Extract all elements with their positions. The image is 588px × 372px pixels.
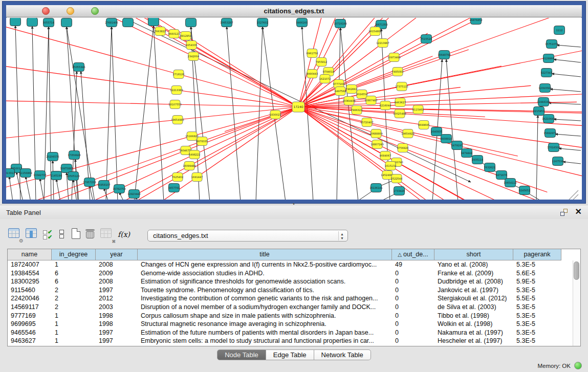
graph-node[interactable]: 3913311 — [6, 169, 15, 178]
graph-node[interactable]: 15751074 — [545, 40, 558, 49]
table-settings-icon[interactable]: ⚙ — [8, 228, 21, 242]
column-header-pagerank[interactable]: pagerank — [513, 249, 561, 260]
graph-node[interactable]: 1112 — [554, 26, 565, 35]
graph-node[interactable]: 1691447 — [191, 173, 203, 182]
graph-node[interactable]: 12213967 — [376, 39, 389, 48]
table-selector-dropdown[interactable]: citations_edges.txt ▲▼ — [147, 230, 348, 242]
network-canvas[interactable]: 3055714276914061065328715276028466160107… — [6, 18, 582, 200]
canvas-resize-grip[interactable] — [569, 190, 578, 200]
graph-node[interactable]: 10719184 — [334, 19, 346, 28]
graph-node[interactable]: 10654112 — [504, 179, 516, 187]
graph-node[interactable]: 7625402 — [172, 173, 183, 182]
graph-node[interactable]: 26876852 — [469, 18, 482, 25]
new-table-icon[interactable] — [72, 228, 85, 242]
graph-node[interactable]: 9084067 — [380, 151, 391, 160]
graph-node[interactable]: 8938914 — [441, 135, 452, 143]
table-row[interactable]: 1872400712008Changes of HCN gene express… — [8, 260, 561, 269]
row-selection-check-icon[interactable]: ✔✔ — [43, 229, 56, 243]
graph-node[interactable]: 16136141 — [369, 184, 382, 192]
graph-node[interactable]: 2718126 — [173, 70, 184, 79]
column-header-title[interactable]: title — [138, 249, 392, 260]
graph-node[interactable] — [148, 18, 159, 26]
column-visibility-icon[interactable] — [26, 228, 39, 242]
table-row[interactable]: 911546021997Tourette syndrome. Phenomeno… — [8, 286, 561, 295]
graph-node[interactable]: 11156869 — [19, 169, 32, 178]
graph-node[interactable]: 6497568 — [335, 87, 346, 96]
graph-node[interactable]: 7515526 — [421, 35, 432, 43]
graph-node[interactable]: 10807487 — [364, 96, 377, 105]
graph-node[interactable]: 8912954 — [180, 32, 191, 40]
graph-node[interactable] — [27, 18, 38, 27]
graph-node[interactable]: 16210643 — [542, 115, 555, 123]
graph-node[interactable]: 7955812 — [316, 58, 327, 67]
close-panel-icon[interactable]: ✕ — [575, 207, 582, 216]
window-titlebar[interactable]: citations_edges.txt — [6, 5, 582, 17]
graph-node[interactable]: 19654985 — [171, 116, 184, 124]
graph-node[interactable]: 7462663 — [346, 85, 357, 94]
graph-node[interactable]: 8990443 — [307, 70, 318, 78]
graph-node[interactable]: 2935114 — [472, 156, 483, 164]
column-header-out_de[interactable]: △out_de... — [392, 249, 434, 260]
graph-node[interactable]: 2342004 — [188, 52, 199, 61]
graph-node[interactable]: 12093582 — [538, 84, 551, 93]
graph-node[interactable]: 9227343 — [541, 69, 552, 77]
graph-node[interactable]: 9245652 — [519, 186, 530, 195]
graph-node[interactable]: 1527602 — [257, 18, 268, 27]
scrollbar-thumb[interactable] — [574, 261, 579, 280]
column-header-year[interactable]: year — [96, 249, 138, 260]
graph-node[interactable]: 15720407 — [360, 118, 373, 127]
table-row[interactable]: 969969511998Structural magnetic resonanc… — [8, 320, 561, 329]
graph-node[interactable]: 17957233 — [83, 178, 96, 187]
table-row[interactable]: 1456911722003Disruption of a novel membe… — [8, 303, 561, 312]
graph-node[interactable]: 10025488 — [393, 110, 406, 118]
graph-node[interactable]: 16958107 — [97, 181, 110, 189]
graph-node[interactable]: 17375115 — [395, 82, 408, 91]
graph-node[interactable]: 9699695 — [418, 121, 429, 129]
graph-node[interactable]: 17240 — [292, 102, 304, 112]
graph-node[interactable]: 16099488 — [183, 162, 195, 170]
graph-node[interactable]: 10973493 — [387, 53, 400, 62]
graph-node[interactable]: 7663822 — [155, 27, 166, 36]
graph-node[interactable]: 17359928 — [68, 151, 80, 160]
graph-node[interactable]: 9474444 — [461, 149, 472, 158]
graph-node[interactable]: 1654335 — [186, 41, 197, 50]
import-table-icon[interactable]: ✖ — [100, 228, 114, 242]
graph-node[interactable]: 18107553 — [168, 100, 181, 109]
tab-edge-table[interactable]: Edge Table — [266, 349, 314, 360]
graph-node[interactable]: 10653287 — [220, 18, 233, 27]
graph-node[interactable]: 1145194 — [51, 171, 62, 180]
tab-network-table[interactable]: Network Table — [314, 349, 371, 360]
graph-node[interactable]: 9463627 — [395, 98, 406, 107]
graph-node[interactable]: 1167534 — [552, 157, 563, 166]
graph-node[interactable]: 7632621 — [484, 163, 495, 172]
graph-node[interactable]: 9115460 — [412, 105, 424, 114]
graph-node[interactable]: 12505123 — [67, 172, 79, 181]
table-row[interactable]: 946554611997Estimation of the future num… — [8, 329, 561, 337]
graph-node[interactable]: 18807243 — [371, 140, 383, 149]
graph-node[interactable]: 1621072 — [319, 75, 331, 83]
table-row[interactable]: 2242004622012Investigating the contribut… — [8, 294, 561, 303]
graph-node[interactable]: 12444194 — [537, 98, 550, 106]
graph-node[interactable]: 8878335 — [197, 137, 208, 146]
graph-node[interactable]: 1830021 — [270, 111, 281, 119]
graph-node[interactable]: 9756928 — [397, 144, 408, 152]
graph-node[interactable]: 1640935 — [431, 127, 442, 136]
graph-node[interactable]: 9457791 — [168, 184, 180, 192]
tab-node-table[interactable]: Node Table — [217, 349, 266, 360]
graph-node[interactable] — [10, 18, 21, 26]
table-row[interactable]: 946362711997Embryonic stem cells: a mode… — [8, 337, 561, 345]
table-row[interactable]: 1830029562008Estimation of significance … — [8, 277, 561, 286]
graph-node[interactable]: 16648794 — [438, 51, 450, 59]
graph-node[interactable]: 30975887 — [60, 164, 73, 173]
graph-node[interactable]: 10688809 — [369, 129, 382, 138]
column-header-in_degree[interactable]: in_degree — [52, 249, 96, 260]
table-row[interactable]: 1938455462009Genome-wide association stu… — [8, 269, 561, 278]
graph-node[interactable]: 13342737 — [33, 171, 46, 180]
graph-node[interactable]: 8660123 — [168, 30, 180, 38]
table-row[interactable]: 977716911998Corpus callosum shape and si… — [8, 312, 561, 320]
graph-node[interactable]: 20206576 — [46, 152, 59, 161]
graph-node[interactable]: 7485083 — [392, 68, 403, 76]
table-vertical-scrollbar[interactable] — [573, 260, 580, 346]
graph-node[interactable]: 6216044 — [380, 101, 391, 110]
graph-node[interactable]: 9129966 — [543, 54, 554, 63]
